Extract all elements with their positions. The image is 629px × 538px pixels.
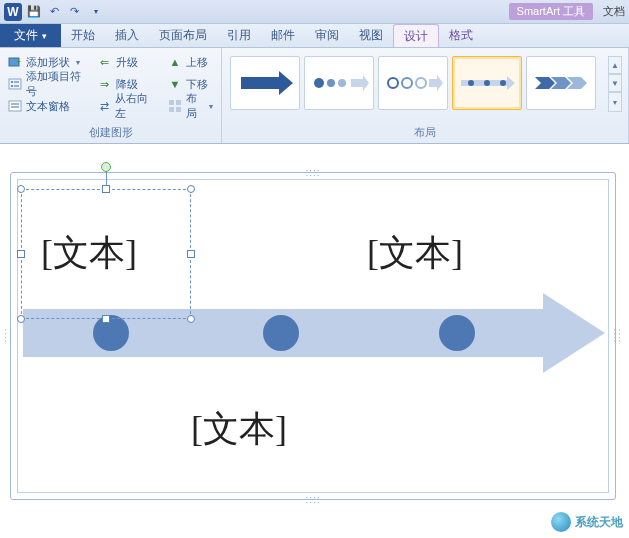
- layout-thumb-3[interactable]: [378, 56, 448, 110]
- gallery-scroll-down[interactable]: ▼: [608, 74, 622, 92]
- save-icon[interactable]: 💾: [26, 4, 42, 20]
- resize-handle-n[interactable]: [102, 185, 110, 193]
- redo-icon[interactable]: ↷: [66, 4, 82, 20]
- svg-marker-22: [429, 75, 443, 91]
- arrow-down-icon: ▼: [168, 77, 182, 91]
- group-label-layouts: 布局: [228, 123, 622, 143]
- frame-handle-right[interactable]: ::::: [612, 328, 623, 343]
- tab-review[interactable]: 审阅: [305, 24, 349, 47]
- tab-view[interactable]: 视图: [349, 24, 393, 47]
- document-title-truncated: 文档: [603, 4, 625, 19]
- layout-thumb-4[interactable]: [452, 56, 522, 110]
- resize-handle-w[interactable]: [17, 250, 25, 258]
- layout-thumb-1[interactable]: [230, 56, 300, 110]
- tab-page-layout[interactable]: 页面布局: [149, 24, 217, 47]
- chevron-down-icon: ▾: [76, 58, 80, 67]
- gallery-more-icon[interactable]: ▾: [608, 92, 622, 112]
- demote-icon: ⇒: [98, 77, 112, 91]
- add-bullet-button[interactable]: 添加项目符号: [6, 74, 86, 94]
- resize-handle-se[interactable]: [187, 315, 195, 323]
- svg-text:+: +: [16, 57, 21, 67]
- svg-rect-13: [176, 107, 181, 112]
- chevron-down-icon: ▾: [42, 31, 47, 41]
- arrow-up-icon: ▲: [168, 55, 182, 69]
- svg-point-25: [484, 80, 490, 86]
- svg-rect-2: [9, 79, 21, 89]
- resize-handle-ne[interactable]: [187, 185, 195, 193]
- ribbon-tabs: 文件▾ 开始 插入 页面布局 引用 邮件 审阅 视图 设计 格式: [0, 24, 629, 48]
- svg-point-20: [402, 78, 412, 88]
- tab-references[interactable]: 引用: [217, 24, 261, 47]
- svg-rect-11: [176, 100, 181, 105]
- rtl-icon: ⇄: [98, 99, 111, 113]
- ribbon: + 添加形状▾ 添加项目符号 文本窗格: [0, 48, 629, 144]
- svg-rect-12: [169, 107, 174, 112]
- tab-insert[interactable]: 插入: [105, 24, 149, 47]
- undo-icon[interactable]: ↶: [46, 4, 62, 20]
- group-create-graphic: + 添加形状▾ 添加项目符号 文本窗格: [0, 48, 222, 143]
- qat-more-icon[interactable]: ▾: [88, 4, 104, 20]
- svg-point-3: [11, 81, 13, 83]
- resize-handle-s[interactable]: [102, 315, 110, 323]
- move-up-button[interactable]: ▲ 上移: [166, 52, 215, 72]
- tab-file[interactable]: 文件▾: [0, 24, 61, 47]
- app-icon[interactable]: W: [4, 3, 22, 21]
- svg-rect-7: [9, 101, 21, 111]
- svg-point-17: [338, 79, 346, 87]
- rtl-button[interactable]: ⇄ 从右向左: [96, 96, 156, 116]
- text-pane-button[interactable]: 文本窗格: [6, 96, 86, 116]
- smartart-text-3[interactable]: [文本]: [367, 229, 463, 278]
- layout-button[interactable]: 布局▾: [166, 96, 215, 116]
- watermark: 系统天地: [551, 512, 623, 532]
- tab-format[interactable]: 格式: [439, 24, 483, 47]
- svg-point-31: [93, 315, 129, 351]
- frame-handle-left[interactable]: ::::: [3, 328, 14, 343]
- tab-mailings[interactable]: 邮件: [261, 24, 305, 47]
- group-layouts: ▲ ▼ ▾ 布局: [222, 48, 629, 143]
- watermark-text: 系统天地: [575, 514, 623, 531]
- selection-frame[interactable]: [21, 189, 191, 319]
- svg-marker-27: [535, 77, 555, 89]
- group-label-create: 创建图形: [6, 123, 215, 143]
- svg-point-15: [314, 78, 324, 88]
- layout-gallery: [228, 50, 598, 123]
- frame-handle-top[interactable]: ::::: [305, 167, 320, 178]
- chevron-down-icon: ▾: [209, 102, 213, 111]
- contextual-tab-label: SmartArt 工具: [509, 3, 593, 20]
- resize-handle-e[interactable]: [187, 250, 195, 258]
- svg-marker-18: [351, 75, 369, 91]
- frame-handle-bottom[interactable]: ::::: [305, 494, 320, 505]
- tab-design[interactable]: 设计: [393, 24, 439, 47]
- layout-thumb-2[interactable]: [304, 56, 374, 110]
- svg-point-16: [327, 79, 335, 87]
- title-bar: W 💾 ↶ ↷ ▾ SmartArt 工具 文档: [0, 0, 629, 24]
- resize-handle-sw[interactable]: [17, 315, 25, 323]
- smartart-text-2[interactable]: [文本]: [191, 405, 287, 454]
- svg-point-5: [11, 85, 13, 87]
- layout-icon: [168, 99, 182, 113]
- globe-icon: [551, 512, 571, 532]
- tab-home[interactable]: 开始: [61, 24, 105, 47]
- svg-point-32: [263, 315, 299, 351]
- svg-point-33: [439, 315, 475, 351]
- gallery-scroll: ▲ ▼ ▾: [608, 56, 622, 112]
- add-shape-icon: +: [8, 55, 22, 69]
- rotation-stem: [106, 172, 107, 186]
- svg-rect-10: [169, 100, 174, 105]
- resize-handle-nw[interactable]: [17, 185, 25, 193]
- svg-point-19: [388, 78, 398, 88]
- rotation-handle-icon[interactable]: [101, 162, 111, 172]
- quick-access-toolbar: W 💾 ↶ ↷ ▾: [4, 3, 104, 21]
- document-canvas: :::: :::: :::: :::: [文本] [文本] [文本]: [0, 144, 629, 520]
- text-pane-icon: [8, 99, 22, 113]
- promote-icon: ⇐: [98, 55, 112, 69]
- svg-point-21: [416, 78, 426, 88]
- bullet-icon: [8, 77, 22, 91]
- svg-point-26: [500, 80, 506, 86]
- promote-button[interactable]: ⇐ 升级: [96, 52, 156, 72]
- smartart-frame[interactable]: :::: :::: :::: :::: [文本] [文本] [文本]: [10, 172, 616, 500]
- svg-marker-14: [241, 71, 293, 95]
- gallery-scroll-up[interactable]: ▲: [608, 56, 622, 74]
- svg-point-24: [468, 80, 474, 86]
- layout-thumb-5[interactable]: [526, 56, 596, 110]
